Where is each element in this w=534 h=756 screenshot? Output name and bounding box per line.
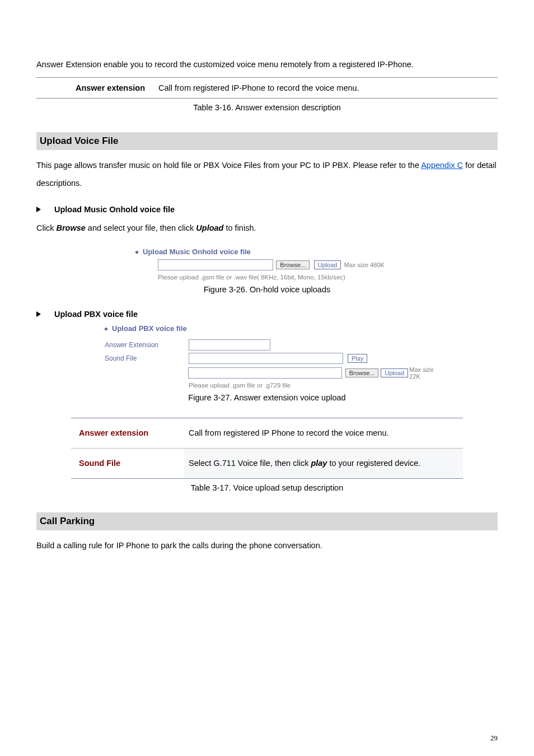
diamond-bullet-icon xyxy=(104,327,108,331)
call-parking-heading: Call Parking xyxy=(36,512,498,530)
upload-button[interactable]: Upload xyxy=(314,260,341,269)
chevron-right-icon xyxy=(36,311,41,317)
bullet-pbx-voice: Upload PBX voice file xyxy=(36,310,498,319)
appendix-c-link[interactable]: Appendix C xyxy=(421,161,463,170)
music-onhold-instruction: Click Browse and select your file, then … xyxy=(36,220,498,237)
table1-value: Call from registered IP-Phone to record … xyxy=(154,77,498,98)
table2-r2-label: Sound File xyxy=(71,448,184,478)
voice-upload-desc-table: Answer extension Call from registered IP… xyxy=(71,418,463,479)
fig26-title: Upload Music Onhold voice file xyxy=(143,248,251,256)
table1-caption: Table 3-16. Answer extension description xyxy=(36,103,498,112)
max-size-note: Max size 480K xyxy=(344,262,385,268)
table2-r2-after: to your registered device. xyxy=(327,459,420,468)
upload-button[interactable]: Upload xyxy=(381,368,408,377)
table2-caption: Table 3-17. Voice upload setup descripti… xyxy=(36,483,498,492)
fig27-title: Upload PBX voice file xyxy=(112,324,187,333)
play-button[interactable]: Play xyxy=(348,354,367,363)
figure-3-26: Upload Music Onhold voice file Browse...… xyxy=(135,248,399,281)
page-number: 29 xyxy=(490,734,498,743)
click-text: Click xyxy=(36,223,56,232)
music-file-input[interactable] xyxy=(158,259,273,270)
sound-file-input[interactable] xyxy=(189,353,343,364)
upload-para-before: This page allows transfer music on hold … xyxy=(36,161,421,170)
fig26-caption: Figure 3-26. On-hold voice uploads xyxy=(36,285,498,294)
mid-text: and select your file, then click xyxy=(86,223,196,232)
answer-extension-input[interactable] xyxy=(189,339,270,351)
table2-r2-bold: play xyxy=(311,459,327,468)
table1-label: Answer extension xyxy=(36,77,154,98)
browse-button[interactable]: Browse... xyxy=(345,368,379,377)
table2-r1-value: Call from registered IP Phone to record … xyxy=(184,418,463,448)
fig27-constraint: Please upload .gsm file or .g729 file xyxy=(189,382,291,389)
answer-extension-label: Answer Extension xyxy=(88,341,189,349)
upload-file-input[interactable] xyxy=(188,367,341,379)
bullet-music-onhold: Upload Music Onhold voice file xyxy=(36,205,498,214)
call-parking-paragraph: Build a calling rule for IP Phone to par… xyxy=(36,537,498,555)
table2-r2-value: Select G.711 Voice file, then click play… xyxy=(184,448,463,478)
max-size-note: Max size 22K xyxy=(409,366,446,380)
end-text: to finish. xyxy=(223,223,256,232)
diamond-bullet-icon xyxy=(135,250,139,254)
chevron-right-icon xyxy=(36,207,41,212)
browse-word: Browse xyxy=(56,223,85,232)
fig27-caption: Figure 3-27. Answer extension voice uplo… xyxy=(36,393,498,402)
sound-file-label: Sound File xyxy=(88,354,189,362)
upload-voice-file-heading: Upload Voice File xyxy=(36,132,498,150)
bullet-music-title: Upload Music Onhold voice file xyxy=(54,205,175,214)
upload-voice-file-paragraph: This page allows transfer music on hold … xyxy=(36,157,498,193)
table2-r1-label: Answer extension xyxy=(71,418,184,448)
answer-ext-table: Answer extension Call from registered IP… xyxy=(36,77,498,99)
figure-3-27: Upload PBX voice file Answer Extension S… xyxy=(88,324,446,389)
bullet-pbx-title: Upload PBX voice file xyxy=(54,310,138,319)
upload-word: Upload xyxy=(196,223,223,232)
intro-paragraph: Answer Extension enable you to record th… xyxy=(36,56,498,74)
browse-button[interactable]: Browse... xyxy=(276,260,310,269)
table2-r2-before: Select G.711 Voice file, then click xyxy=(189,459,311,468)
fig26-constraint: Please upload .gsm file or .wav file( 8K… xyxy=(158,274,399,281)
